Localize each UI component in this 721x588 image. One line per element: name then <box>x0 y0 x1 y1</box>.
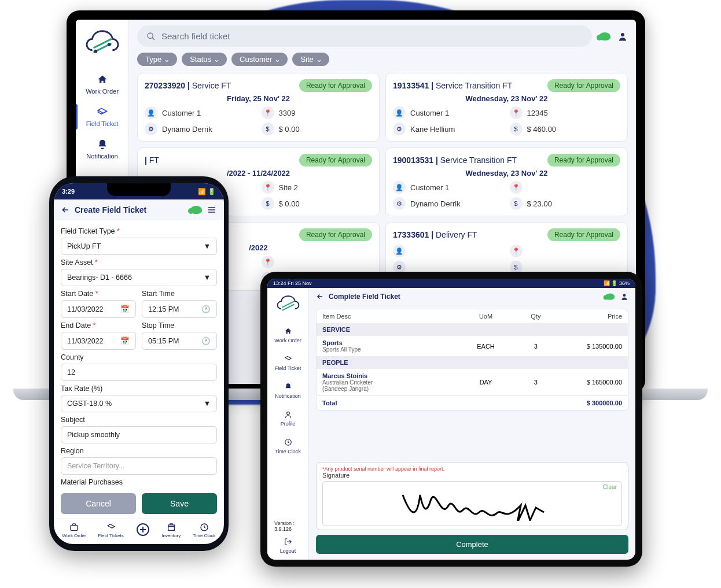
user-icon: 👤 <box>145 106 157 119</box>
pin-icon: 📍 <box>510 181 523 194</box>
status-badge: Ready for Approval <box>299 79 372 92</box>
gear-icon: ⚙ <box>145 123 157 135</box>
dollar-icon: $ <box>262 123 274 135</box>
label-start-time: Start Time <box>142 290 217 298</box>
pin-icon: 📍 <box>262 181 274 194</box>
tab-work-order[interactable]: Work Order <box>62 523 86 538</box>
chevron-down-icon: ▼ <box>204 242 211 250</box>
filter-type[interactable]: Type ⌄ <box>137 53 177 66</box>
filter-customer[interactable]: Customer ⌄ <box>231 53 288 66</box>
sidebar-item-notification[interactable]: Notification <box>76 133 128 165</box>
tax-select[interactable]: CGST-18.0 %▼ <box>61 395 217 412</box>
label-stop-time: Stop Time <box>142 321 217 330</box>
clear-button[interactable]: Clear <box>603 484 617 490</box>
tablet-status-bar: 13:24 Fri 25 Nov 📶 🔋 36% <box>267 279 635 288</box>
sidebar-item-label: Notification <box>86 153 117 160</box>
chevron-down-icon: ⌄ <box>214 55 220 64</box>
user-icon[interactable] <box>617 31 628 42</box>
items-table: Item Desc UoM Qty Price SERVICESportsSpo… <box>316 309 628 411</box>
tab-inventory[interactable]: Inventory <box>161 523 181 538</box>
pin-icon: 📍 <box>510 245 523 257</box>
end-date-input[interactable]: 11/03/2022📅 <box>61 332 136 350</box>
dollar-icon: $ <box>510 197 523 210</box>
start-date-input[interactable]: 11/03/2022📅 <box>61 300 136 318</box>
gear-icon: ⚙ <box>393 123 406 135</box>
menu-icon[interactable] <box>207 205 217 215</box>
sidebar-item-work-order[interactable]: Work Order <box>267 321 308 349</box>
pin-icon: 📍 <box>262 256 274 268</box>
cloud-status-icon <box>190 206 202 214</box>
sidebar-item-field-ticket[interactable]: Field Ticket <box>267 349 308 377</box>
chevron-down-icon: ⌄ <box>316 55 322 64</box>
subject-input[interactable]: Pickup smoothly <box>61 426 217 443</box>
filter-bar: Type ⌄ Status ⌄ Customer ⌄ Site ⌄ <box>137 53 628 66</box>
filter-site[interactable]: Site ⌄ <box>292 53 329 66</box>
signature-pad[interactable]: Clear <box>322 481 622 526</box>
svg-rect-4 <box>71 526 78 531</box>
status-badge: Ready for Approval <box>547 228 620 241</box>
clock-icon: 🕐 <box>201 336 211 345</box>
complete-button[interactable]: Complete <box>316 535 628 554</box>
page-title: Create Field Ticket <box>75 205 146 215</box>
sidebar-item-profile[interactable]: Profile <box>267 405 308 432</box>
region-input[interactable]: Service Territory... <box>61 457 217 475</box>
calendar-icon: 📅 <box>120 336 130 345</box>
label-type: Field Ticket Type <box>61 227 115 235</box>
user-icon[interactable] <box>620 293 628 301</box>
section-header: PEOPLE <box>317 356 628 369</box>
label-material: Material Purchases <box>61 478 217 486</box>
clock-icon: 🕐 <box>201 305 211 313</box>
status-icons: 📶 🔋 <box>198 188 216 195</box>
status-badge: Ready for Approval <box>547 79 620 92</box>
svg-point-1 <box>107 43 111 46</box>
col-desc: Item Desc <box>322 313 458 320</box>
sidebar-item-time-clock[interactable]: Time Clock <box>267 432 308 460</box>
stop-time-input[interactable]: 05:15 PM🕐 <box>142 332 217 350</box>
calendar-icon: 📅 <box>120 305 130 313</box>
tab-field-tickets[interactable]: Field Tickets <box>98 523 123 538</box>
label-tax: Tax Rate (%) <box>61 384 217 393</box>
user-icon: 👤 <box>393 181 406 194</box>
table-row[interactable]: SportsSports All TypeEACH3$ 135000.00 <box>317 336 628 356</box>
ticket-card[interactable]: 190013531 | Service Transition FTReady f… <box>385 147 628 216</box>
sidebar-item-notification[interactable]: Notification <box>267 377 308 405</box>
sidebar-item-logout[interactable]: Logout <box>267 532 308 560</box>
label-region: Region <box>61 447 217 455</box>
tablet-device: 13:24 Fri 25 Nov 📶 🔋 36% Work Order Fiel… <box>260 272 642 567</box>
save-button[interactable]: Save <box>142 493 217 514</box>
signature-hint: *Any product serial number will appear i… <box>322 466 622 472</box>
asset-select[interactable]: Bearings- D1 - 6666▼ <box>61 269 217 286</box>
status-time: 3:29 <box>62 188 75 195</box>
phone-device: 3:29 📶 🔋 Create Field Ticket Field Ticke… <box>49 176 229 551</box>
dollar-icon: $ <box>510 123 523 135</box>
ticket-card[interactable]: 270233920 | Service FTReady for Approval… <box>137 73 380 142</box>
tab-time-clock[interactable]: Time Clock <box>193 523 216 538</box>
status-battery: 36% <box>619 280 630 286</box>
type-select[interactable]: PickUp FT▼ <box>61 238 217 255</box>
search-icon <box>146 32 156 41</box>
table-row[interactable]: Marcus StoinisAustralian Cricketer(Sande… <box>317 369 628 395</box>
chevron-down-icon: ⌄ <box>274 55 281 64</box>
start-time-input[interactable]: 12:15 PM🕐 <box>142 300 217 318</box>
cloud-status-icon <box>599 32 610 40</box>
user-icon: 👤 <box>393 106 406 119</box>
sidebar-item-label: Field Ticket <box>86 120 119 127</box>
col-uom: UoM <box>458 313 513 320</box>
sidebar-item-work-order[interactable]: Work Order <box>76 68 128 101</box>
svg-point-2 <box>148 33 153 38</box>
chevron-down-icon: ▼ <box>204 273 211 282</box>
back-icon[interactable] <box>61 205 70 215</box>
sidebar-item-field-ticket[interactable]: Field Ticket <box>76 101 128 133</box>
county-input[interactable]: 12 <box>61 364 217 381</box>
back-icon[interactable] <box>316 293 324 301</box>
signature-stroke <box>397 486 547 521</box>
search-input[interactable]: Search field ticket <box>137 25 592 47</box>
chevron-down-icon: ▼ <box>204 400 211 408</box>
cancel-button[interactable]: Cancel <box>61 493 136 514</box>
ticket-card[interactable]: 19133541 | Service Transition FTReady fo… <box>385 73 628 142</box>
signature-label: Signature <box>322 472 622 479</box>
tab-add[interactable] <box>136 523 150 538</box>
filter-status[interactable]: Status ⌄ <box>182 53 227 66</box>
label-start-date: Start Date <box>61 290 93 298</box>
signature-box: *Any product serial number will appear i… <box>316 462 628 530</box>
